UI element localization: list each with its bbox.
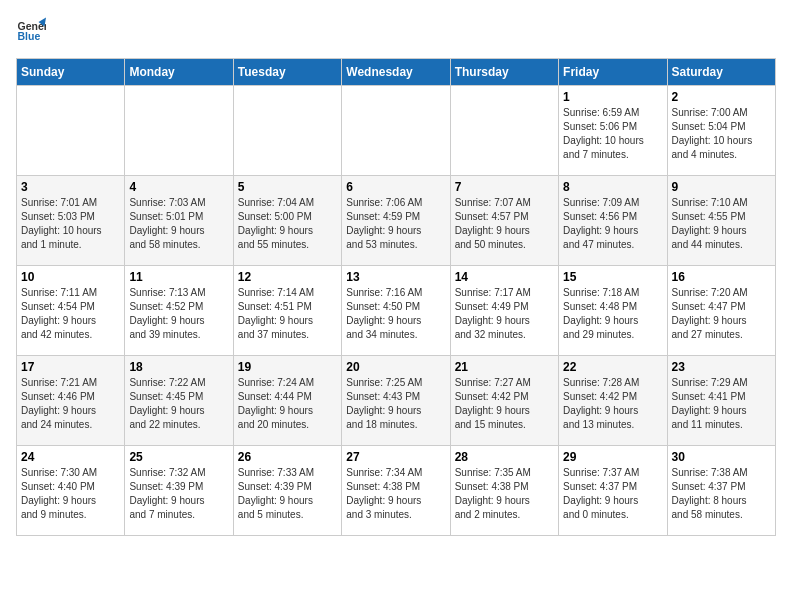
calendar-cell [233,86,341,176]
calendar-cell: 23Sunrise: 7:29 AM Sunset: 4:41 PM Dayli… [667,356,775,446]
logo: General Blue [16,16,46,46]
day-number: 28 [455,450,554,464]
day-number: 12 [238,270,337,284]
day-info: Sunrise: 7:32 AM Sunset: 4:39 PM Dayligh… [129,466,228,522]
day-number: 22 [563,360,662,374]
day-number: 3 [21,180,120,194]
calendar-table: SundayMondayTuesdayWednesdayThursdayFrid… [16,58,776,536]
day-number: 30 [672,450,771,464]
day-info: Sunrise: 7:30 AM Sunset: 4:40 PM Dayligh… [21,466,120,522]
calendar-week-2: 10Sunrise: 7:11 AM Sunset: 4:54 PM Dayli… [17,266,776,356]
calendar-cell: 2Sunrise: 7:00 AM Sunset: 5:04 PM Daylig… [667,86,775,176]
calendar-cell [342,86,450,176]
calendar-cell: 11Sunrise: 7:13 AM Sunset: 4:52 PM Dayli… [125,266,233,356]
header: General Blue [16,16,776,46]
calendar-cell: 3Sunrise: 7:01 AM Sunset: 5:03 PM Daylig… [17,176,125,266]
calendar-cell: 5Sunrise: 7:04 AM Sunset: 5:00 PM Daylig… [233,176,341,266]
day-number: 2 [672,90,771,104]
header-tuesday: Tuesday [233,59,341,86]
header-wednesday: Wednesday [342,59,450,86]
day-info: Sunrise: 7:03 AM Sunset: 5:01 PM Dayligh… [129,196,228,252]
day-info: Sunrise: 7:11 AM Sunset: 4:54 PM Dayligh… [21,286,120,342]
day-number: 11 [129,270,228,284]
calendar-cell: 30Sunrise: 7:38 AM Sunset: 4:37 PM Dayli… [667,446,775,536]
calendar-cell: 15Sunrise: 7:18 AM Sunset: 4:48 PM Dayli… [559,266,667,356]
calendar-cell: 1Sunrise: 6:59 AM Sunset: 5:06 PM Daylig… [559,86,667,176]
calendar-cell: 12Sunrise: 7:14 AM Sunset: 4:51 PM Dayli… [233,266,341,356]
calendar-header-row: SundayMondayTuesdayWednesdayThursdayFrid… [17,59,776,86]
day-info: Sunrise: 7:25 AM Sunset: 4:43 PM Dayligh… [346,376,445,432]
calendar-cell: 29Sunrise: 7:37 AM Sunset: 4:37 PM Dayli… [559,446,667,536]
day-number: 25 [129,450,228,464]
day-info: Sunrise: 7:14 AM Sunset: 4:51 PM Dayligh… [238,286,337,342]
day-number: 23 [672,360,771,374]
day-number: 26 [238,450,337,464]
calendar-cell: 6Sunrise: 7:06 AM Sunset: 4:59 PM Daylig… [342,176,450,266]
day-number: 29 [563,450,662,464]
day-info: Sunrise: 7:06 AM Sunset: 4:59 PM Dayligh… [346,196,445,252]
calendar-cell: 22Sunrise: 7:28 AM Sunset: 4:42 PM Dayli… [559,356,667,446]
header-monday: Monday [125,59,233,86]
calendar-cell [125,86,233,176]
day-info: Sunrise: 7:33 AM Sunset: 4:39 PM Dayligh… [238,466,337,522]
day-number: 13 [346,270,445,284]
calendar-week-4: 24Sunrise: 7:30 AM Sunset: 4:40 PM Dayli… [17,446,776,536]
day-number: 27 [346,450,445,464]
day-number: 20 [346,360,445,374]
header-thursday: Thursday [450,59,558,86]
day-info: Sunrise: 7:35 AM Sunset: 4:38 PM Dayligh… [455,466,554,522]
day-info: Sunrise: 7:20 AM Sunset: 4:47 PM Dayligh… [672,286,771,342]
day-info: Sunrise: 7:09 AM Sunset: 4:56 PM Dayligh… [563,196,662,252]
day-info: Sunrise: 7:27 AM Sunset: 4:42 PM Dayligh… [455,376,554,432]
calendar-week-3: 17Sunrise: 7:21 AM Sunset: 4:46 PM Dayli… [17,356,776,446]
day-info: Sunrise: 7:13 AM Sunset: 4:52 PM Dayligh… [129,286,228,342]
day-info: Sunrise: 7:17 AM Sunset: 4:49 PM Dayligh… [455,286,554,342]
day-number: 5 [238,180,337,194]
day-info: Sunrise: 7:34 AM Sunset: 4:38 PM Dayligh… [346,466,445,522]
calendar-cell: 7Sunrise: 7:07 AM Sunset: 4:57 PM Daylig… [450,176,558,266]
calendar-cell: 27Sunrise: 7:34 AM Sunset: 4:38 PM Dayli… [342,446,450,536]
day-info: Sunrise: 7:01 AM Sunset: 5:03 PM Dayligh… [21,196,120,252]
day-number: 10 [21,270,120,284]
day-number: 15 [563,270,662,284]
calendar-cell: 17Sunrise: 7:21 AM Sunset: 4:46 PM Dayli… [17,356,125,446]
svg-text:Blue: Blue [18,30,41,42]
calendar-cell: 8Sunrise: 7:09 AM Sunset: 4:56 PM Daylig… [559,176,667,266]
day-info: Sunrise: 7:38 AM Sunset: 4:37 PM Dayligh… [672,466,771,522]
day-info: Sunrise: 7:28 AM Sunset: 4:42 PM Dayligh… [563,376,662,432]
day-info: Sunrise: 7:07 AM Sunset: 4:57 PM Dayligh… [455,196,554,252]
day-info: Sunrise: 7:16 AM Sunset: 4:50 PM Dayligh… [346,286,445,342]
calendar-cell: 25Sunrise: 7:32 AM Sunset: 4:39 PM Dayli… [125,446,233,536]
calendar-cell: 9Sunrise: 7:10 AM Sunset: 4:55 PM Daylig… [667,176,775,266]
header-saturday: Saturday [667,59,775,86]
day-number: 14 [455,270,554,284]
day-info: Sunrise: 7:24 AM Sunset: 4:44 PM Dayligh… [238,376,337,432]
header-friday: Friday [559,59,667,86]
day-info: Sunrise: 7:00 AM Sunset: 5:04 PM Dayligh… [672,106,771,162]
day-info: Sunrise: 7:04 AM Sunset: 5:00 PM Dayligh… [238,196,337,252]
day-info: Sunrise: 7:21 AM Sunset: 4:46 PM Dayligh… [21,376,120,432]
day-number: 9 [672,180,771,194]
calendar-cell: 20Sunrise: 7:25 AM Sunset: 4:43 PM Dayli… [342,356,450,446]
day-number: 18 [129,360,228,374]
day-number: 1 [563,90,662,104]
day-number: 4 [129,180,228,194]
header-sunday: Sunday [17,59,125,86]
day-info: Sunrise: 7:29 AM Sunset: 4:41 PM Dayligh… [672,376,771,432]
calendar-cell: 21Sunrise: 7:27 AM Sunset: 4:42 PM Dayli… [450,356,558,446]
calendar-week-0: 1Sunrise: 6:59 AM Sunset: 5:06 PM Daylig… [17,86,776,176]
calendar-cell: 14Sunrise: 7:17 AM Sunset: 4:49 PM Dayli… [450,266,558,356]
day-number: 17 [21,360,120,374]
day-number: 8 [563,180,662,194]
calendar-cell: 26Sunrise: 7:33 AM Sunset: 4:39 PM Dayli… [233,446,341,536]
calendar-cell: 10Sunrise: 7:11 AM Sunset: 4:54 PM Dayli… [17,266,125,356]
day-info: Sunrise: 6:59 AM Sunset: 5:06 PM Dayligh… [563,106,662,162]
calendar-cell: 18Sunrise: 7:22 AM Sunset: 4:45 PM Dayli… [125,356,233,446]
calendar-cell: 13Sunrise: 7:16 AM Sunset: 4:50 PM Dayli… [342,266,450,356]
day-number: 16 [672,270,771,284]
logo-icon: General Blue [16,16,46,46]
calendar-cell: 4Sunrise: 7:03 AM Sunset: 5:01 PM Daylig… [125,176,233,266]
day-number: 7 [455,180,554,194]
calendar-cell: 19Sunrise: 7:24 AM Sunset: 4:44 PM Dayli… [233,356,341,446]
calendar-cell: 24Sunrise: 7:30 AM Sunset: 4:40 PM Dayli… [17,446,125,536]
